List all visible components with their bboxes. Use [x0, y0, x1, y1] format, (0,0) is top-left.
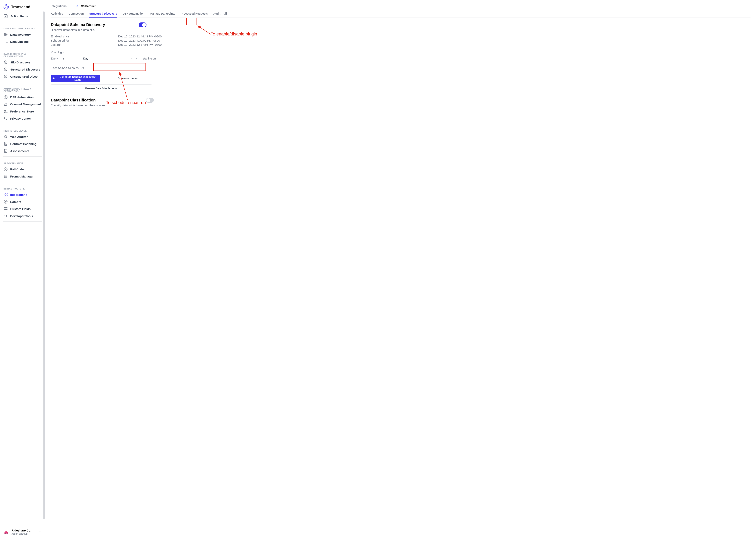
interval-input[interactable]	[61, 55, 78, 62]
schedule-schema-discovery-scan-button[interactable]: Schedule Schema Discovery Scan	[51, 75, 100, 82]
button-label: Browse Data Silo Schema	[85, 87, 118, 90]
sidebar-item-pathfinder[interactable]: Pathfinder	[2, 166, 43, 173]
sidebar-item-sombra[interactable]: Sombra	[2, 198, 43, 205]
sidebar-item-data-inventory[interactable]: Data Inventory	[2, 31, 43, 38]
classification-toggle[interactable]	[146, 98, 154, 103]
sidebar-item-label: Data Inventory	[10, 33, 31, 36]
run-plugin-label: Run plugin:	[51, 51, 260, 54]
sidebar-item-label: Integrations	[10, 193, 27, 196]
calendar-icon	[81, 67, 84, 70]
cube-icon	[4, 74, 8, 79]
org-switcher[interactable]: Rideshare Co. Jason Wahjudi	[0, 526, 45, 538]
sidebar-item-silo-discovery[interactable]: Silo Discovery	[2, 59, 43, 66]
tab-structured-discovery[interactable]: Structured Discovery	[89, 10, 117, 18]
list-icon	[4, 174, 8, 179]
scheduled-for-label: Scheduled for	[51, 39, 116, 42]
target-icon	[52, 77, 55, 80]
sidebar-item-label: Action Items	[10, 15, 28, 18]
search-icon	[4, 134, 8, 139]
start-datetime-input[interactable]: 2023-02-05 16:00:00	[51, 65, 86, 72]
sidebar-item-dsr-automation[interactable]: DSR Automation	[2, 93, 43, 101]
section-subtitle: Classify datapoints based on their conte…	[51, 104, 107, 107]
org-user: Jason Wahjudi	[11, 532, 31, 535]
scrollbar[interactable]	[43, 11, 45, 519]
sidebar-item-web-auditor[interactable]: Web Auditor	[2, 133, 43, 140]
sidebar-item-prompt-manager[interactable]: Prompt Manager	[2, 173, 43, 180]
lineage-icon	[4, 39, 8, 44]
sidebar-item-developer-tools[interactable]: Developer Tools	[2, 212, 43, 219]
sidebar-item-label: DSR Automation	[10, 95, 34, 99]
sidebar-group-header: INFRASTRUCTURE	[2, 184, 43, 191]
annotation-arrow-schedule	[118, 71, 133, 101]
chevron-right-icon	[70, 5, 72, 8]
sidebar-item-assessments[interactable]: Assessments	[2, 147, 43, 154]
sidebar-item-unstructured-discovery[interactable]: Unstructured Discovery	[2, 73, 43, 80]
tab-manage-datapoints[interactable]: Manage Datapoints	[150, 10, 175, 18]
doc-check-icon	[4, 149, 8, 153]
breadcrumb-current: S3 Parquet	[81, 5, 95, 8]
sidebar-item-integrations[interactable]: Integrations	[2, 191, 43, 198]
clear-icon[interactable]	[130, 57, 133, 60]
sidebar-item-label: Contract Scanning	[10, 142, 36, 145]
sidebar-item-action-items[interactable]: Action Items	[2, 13, 43, 20]
browse-data-silo-schema-button[interactable]: Browse Data Silo Schema	[51, 84, 152, 92]
sidebar-item-label: Custom Fields	[10, 207, 30, 211]
sidebar-item-label: Structured Discovery	[10, 68, 40, 71]
sidebar-item-label: Developer Tools	[10, 214, 33, 218]
sidebar-group-header: AI GOVERNANCE	[2, 159, 43, 166]
sidebar-item-label: Pathfinder	[10, 168, 25, 171]
svg-line-29	[198, 26, 211, 34]
section-subtitle: Discover datapoints in a data silo.	[51, 28, 105, 31]
round-user-icon	[4, 95, 8, 99]
sidebar-item-label: Data Lineage	[10, 40, 28, 43]
sidebar-item-label: Preference Store	[10, 110, 34, 113]
tab-activities[interactable]: Activities	[51, 10, 63, 18]
breadcrumb: Integrations S3 Parquet	[51, 4, 750, 10]
sidebar: Transcend Action Items DATA ASSET INTELL…	[0, 0, 45, 538]
cube-icon	[4, 67, 8, 72]
org-avatar-icon	[3, 529, 9, 535]
sidebar-divider	[3, 82, 42, 82]
compass-icon	[4, 167, 8, 171]
interval-unit-select[interactable]: Day	[81, 55, 140, 62]
chevron-down-icon	[39, 530, 42, 534]
tab-dsr-automation[interactable]: DSR Automation	[123, 10, 145, 18]
sidebar-item-data-lineage[interactable]: Data Lineage	[2, 38, 43, 45]
breadcrumb-root[interactable]: Integrations	[51, 5, 67, 8]
main-content: To enable/disable plugin To schedule nex…	[45, 0, 756, 538]
sidebar-item-label: Consent Management	[10, 102, 41, 106]
globe-icon	[4, 32, 8, 37]
last-run-value: Dec 12, 2023 12:37:56 PM -0800	[118, 43, 162, 46]
sombra-icon	[4, 199, 8, 204]
schema-discovery-toggle[interactable]	[139, 23, 147, 27]
sliders-icon	[4, 109, 8, 114]
tab-connection[interactable]: Connection	[69, 10, 84, 18]
sidebar-divider	[3, 156, 42, 157]
checkbox-icon	[4, 14, 8, 18]
grid-icon	[4, 192, 8, 197]
sidebar-divider	[3, 124, 42, 124]
sidebar-item-custom-fields[interactable]: Custom Fields	[2, 205, 43, 212]
section-title: Datapoint Classification	[51, 98, 107, 102]
sidebar-item-structured-discovery[interactable]: Structured Discovery	[2, 66, 43, 73]
sidebar-divider	[3, 221, 42, 222]
sidebar-divider	[3, 22, 42, 22]
tab-processed-requests[interactable]: Processed Requests	[181, 10, 208, 18]
sidebar-item-contract-scanning[interactable]: Contract Scanning	[2, 140, 43, 147]
start-datetime-value: 2023-02-05 16:00:00	[53, 67, 78, 70]
schema-discovery-section: Datapoint Schema Discovery Discover data…	[51, 23, 260, 92]
sidebar-item-consent-management[interactable]: Consent Management	[2, 101, 43, 108]
brand-logo[interactable]: Transcend	[2, 3, 43, 13]
annotation-arrow-toggle	[197, 25, 213, 37]
cube-icon	[4, 60, 8, 64]
sidebar-item-privacy-center[interactable]: Privacy Center	[2, 115, 43, 122]
shield-icon	[4, 116, 8, 121]
org-name: Rideshare Co.	[11, 529, 31, 532]
sidebar-item-preference-store[interactable]: Preference Store	[2, 108, 43, 115]
thumbs-up-icon	[4, 102, 8, 106]
code-icon	[4, 214, 8, 218]
every-label: Every	[51, 57, 58, 60]
sidebar-item-label: Privacy Center	[10, 117, 31, 120]
interval-unit-value: Day	[83, 57, 88, 60]
tab-audit-trail[interactable]: Audit Trail	[213, 10, 227, 18]
